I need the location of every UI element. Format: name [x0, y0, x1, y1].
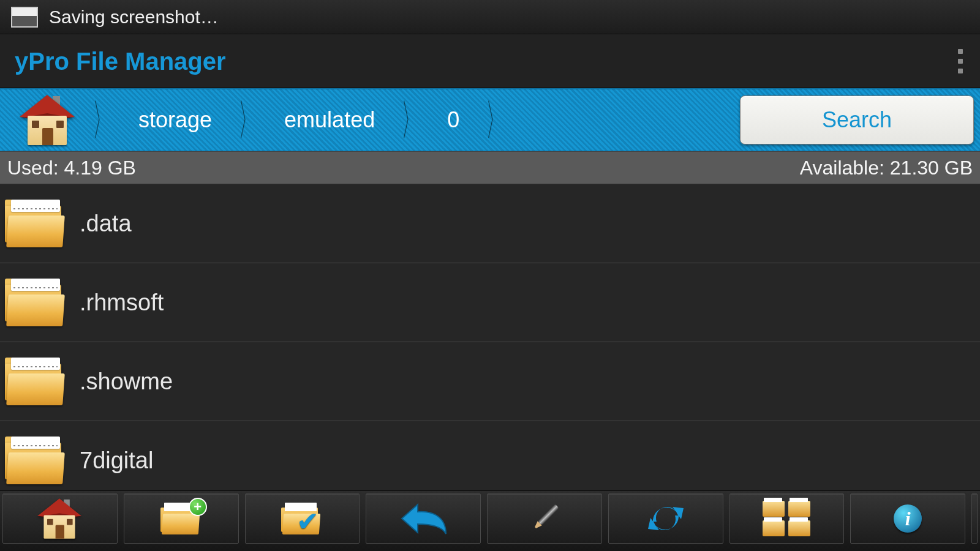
- chevron-right-icon: 〉: [238, 99, 258, 141]
- file-list[interactable]: .data .rhmsoft .showme 7digital: [0, 184, 980, 500]
- select-folder-icon: ✔: [281, 503, 323, 534]
- folder-icon: [5, 279, 66, 326]
- back-button[interactable]: [366, 493, 481, 544]
- multi-folder-icon: [763, 501, 810, 536]
- chevron-right-icon: 〉: [92, 99, 112, 141]
- home-icon: [37, 498, 81, 539]
- breadcrumb-bar: 〉 storage 〉 emulated 〉 0 〉 Search: [0, 88, 980, 151]
- refresh-icon: [646, 501, 686, 536]
- chevron-right-icon: 〉: [401, 99, 421, 141]
- storage-available: Available: 21.30 GB: [800, 157, 973, 179]
- back-arrow-icon: [399, 502, 447, 535]
- svg-rect-0: [538, 504, 559, 525]
- file-name: .data: [80, 211, 132, 237]
- home-icon[interactable]: [20, 95, 75, 145]
- refresh-button[interactable]: [608, 493, 723, 544]
- breadcrumb-segment[interactable]: 0: [429, 107, 478, 133]
- folder-icon: [5, 437, 66, 484]
- list-item[interactable]: 7digital: [0, 421, 980, 500]
- info-icon: i: [894, 504, 922, 533]
- toolbar-overflow[interactable]: [971, 493, 978, 544]
- storage-info-bar: Used: 4.19 GB Available: 21.30 GB: [0, 151, 980, 184]
- storage-used: Used: 4.19 GB: [7, 157, 136, 179]
- breadcrumb-segment[interactable]: emulated: [266, 107, 393, 133]
- status-text: Saving screenshot…: [49, 7, 219, 28]
- edit-button[interactable]: [487, 493, 602, 544]
- list-item[interactable]: .data: [0, 184, 980, 263]
- folder-icon: [5, 200, 66, 247]
- folder-icon: [5, 358, 66, 405]
- screenshot-icon: [11, 7, 38, 28]
- new-folder-icon: +: [160, 503, 202, 534]
- chevron-right-icon: 〉: [486, 99, 505, 141]
- file-name: .showme: [80, 369, 173, 395]
- new-folder-button[interactable]: +: [124, 493, 239, 544]
- app-title: yPro File Manager: [15, 48, 226, 75]
- home-button[interactable]: [2, 493, 118, 544]
- breadcrumb-segment[interactable]: storage: [120, 107, 230, 133]
- info-button[interactable]: i: [850, 493, 965, 544]
- list-item[interactable]: .showme: [0, 342, 980, 421]
- file-name: .rhmsoft: [80, 290, 164, 316]
- status-bar: Saving screenshot…: [0, 0, 980, 34]
- edit-pen-icon: [523, 497, 566, 540]
- title-bar: yPro File Manager: [0, 34, 980, 88]
- overflow-menu-button[interactable]: [956, 43, 965, 80]
- list-item[interactable]: .rhmsoft: [0, 263, 980, 342]
- search-button[interactable]: Search: [740, 96, 974, 144]
- file-name: 7digital: [80, 448, 153, 474]
- bottom-toolbar: + ✔: [0, 490, 980, 551]
- select-button[interactable]: ✔: [245, 493, 360, 544]
- multi-view-button[interactable]: [729, 493, 845, 544]
